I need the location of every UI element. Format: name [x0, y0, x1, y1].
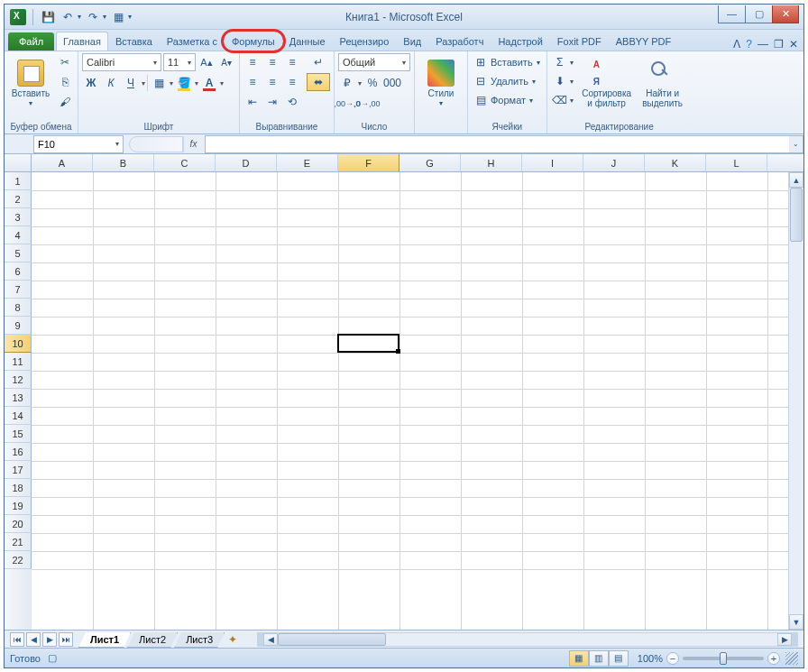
sheet-nav-last-icon[interactable]: ⏭ [59, 632, 73, 647]
italic-icon[interactable]: К [102, 74, 120, 92]
vertical-scrollbar[interactable]: ▲ ▼ [788, 172, 803, 630]
ribbon-tab-5[interactable]: Рецензиро [333, 32, 397, 51]
increase-font-icon[interactable]: A▴ [197, 53, 216, 71]
row-header[interactable]: 13 [5, 389, 32, 407]
merge-center-icon[interactable]: ⬌ [307, 73, 330, 91]
row-header[interactable]: 17 [5, 461, 32, 479]
redo-icon[interactable]: ↷ [85, 9, 101, 25]
ribbon-tab-9[interactable]: Foxit PDF [550, 32, 609, 51]
save-icon[interactable]: 💾 [40, 9, 56, 25]
row-header[interactable]: 8 [5, 299, 32, 317]
row-header[interactable]: 5 [5, 244, 32, 262]
row-header[interactable]: 3 [5, 208, 32, 226]
maximize-button[interactable]: ▢ [745, 5, 772, 23]
autosum-button[interactable]: Σ▾ [551, 53, 576, 71]
sheet-tab[interactable]: Лист1 [78, 632, 131, 648]
align-center-icon[interactable]: ≡ [263, 73, 281, 91]
row-header[interactable]: 10 [5, 335, 32, 353]
zoom-out-button[interactable]: − [666, 652, 679, 665]
row-header[interactable]: 12 [5, 371, 32, 389]
align-bottom-icon[interactable]: ≡ [283, 53, 301, 71]
row-header[interactable]: 18 [5, 479, 32, 497]
zoom-slider[interactable] [683, 657, 764, 660]
col-header[interactable]: A [32, 154, 93, 171]
close-button[interactable]: ✕ [772, 5, 799, 23]
help-icon[interactable]: ? [746, 38, 752, 51]
scroll-right-icon[interactable]: ▶ [777, 633, 792, 646]
font-name-combo[interactable]: Calibri▾ [82, 53, 161, 71]
comma-icon[interactable]: 000 [383, 74, 401, 92]
zoom-in-button[interactable]: + [767, 652, 780, 665]
format-cells-button[interactable]: ▤Формат ▾ [472, 91, 536, 109]
ribbon-tab-3[interactable]: Формулы [225, 32, 282, 51]
decrease-indent-icon[interactable]: ⇤ [243, 93, 262, 111]
col-header[interactable]: D [216, 154, 277, 171]
scroll-up-icon[interactable]: ▲ [789, 172, 803, 188]
hscroll-thumb[interactable] [278, 633, 386, 646]
minimize-button[interactable]: ― [718, 5, 745, 23]
fill-color-icon[interactable]: 🪣 [175, 74, 193, 92]
row-header[interactable]: 19 [5, 497, 32, 515]
sheet-tab[interactable]: Лист3 [174, 632, 225, 648]
row-header[interactable]: 22 [5, 551, 32, 569]
decrease-font-icon[interactable]: A▾ [217, 53, 235, 71]
row-header[interactable]: 1 [5, 172, 32, 190]
format-painter-icon[interactable]: 🖌 [56, 93, 74, 111]
vscroll-thumb[interactable] [790, 188, 803, 242]
bold-icon[interactable]: Ж [82, 74, 100, 92]
insert-cells-button[interactable]: ⊞Вставить ▾ [472, 53, 543, 71]
number-format-combo[interactable]: Общий▾ [338, 53, 410, 71]
font-color-icon[interactable]: А [200, 74, 218, 92]
horizontal-scrollbar[interactable]: ◀ ▶ [257, 632, 798, 647]
borders-icon[interactable]: ▦ [150, 74, 168, 92]
sort-filter-button[interactable]: Сортировка и фильтр [579, 53, 635, 115]
ribbon-tab-7[interactable]: Разработч [428, 32, 491, 51]
row-header[interactable]: 11 [5, 353, 32, 371]
ribbon-tab-0[interactable]: Главная [56, 32, 108, 51]
ribbon-tab-6[interactable]: Вид [396, 32, 428, 51]
col-header[interactable]: F [338, 154, 399, 171]
col-header[interactable]: L [706, 154, 767, 171]
new-sheet-icon[interactable]: ✦ [221, 633, 239, 646]
col-header[interactable]: I [522, 154, 583, 171]
row-header[interactable]: 4 [5, 226, 32, 244]
row-header[interactable]: 6 [5, 262, 32, 281]
sheet-nav-prev-icon[interactable]: ◀ [26, 632, 41, 647]
increase-indent-icon[interactable]: ⇥ [263, 93, 281, 111]
macro-record-icon[interactable]: ▢ [48, 652, 57, 664]
formula-expand-icon[interactable]: ⌄ [789, 135, 803, 153]
col-header[interactable]: J [583, 154, 645, 171]
row-header[interactable]: 16 [5, 443, 32, 461]
underline-icon[interactable]: Ч [122, 74, 140, 92]
percent-icon[interactable]: % [363, 74, 381, 92]
delete-cells-button[interactable]: ⊟Удалить ▾ [472, 72, 538, 90]
fill-button[interactable]: ⬇▾ [551, 72, 576, 90]
font-size-combo[interactable]: 11▾ [163, 53, 196, 71]
scroll-left-icon[interactable]: ◀ [263, 633, 278, 646]
ribbon-tab-4[interactable]: Данные [282, 32, 333, 51]
page-break-view-icon[interactable]: ▤ [609, 650, 629, 667]
scroll-down-icon[interactable]: ▼ [789, 614, 803, 630]
col-header[interactable]: H [461, 154, 522, 171]
ribbon-tab-1[interactable]: Вставка [108, 32, 160, 51]
qat-customize-icon[interactable]: ▾ [128, 13, 132, 21]
currency-icon[interactable]: ₽ [338, 74, 356, 92]
col-header[interactable]: C [154, 154, 216, 171]
find-select-button[interactable]: Найти и выделить [638, 53, 688, 115]
align-middle-icon[interactable]: ≡ [263, 53, 281, 71]
page-layout-view-icon[interactable]: ▥ [589, 650, 609, 667]
row-header[interactable]: 20 [5, 515, 32, 533]
excel-logo-icon[interactable] [10, 9, 26, 25]
zoom-level[interactable]: 100% [638, 653, 663, 664]
active-cell[interactable] [337, 334, 399, 353]
align-right-icon[interactable]: ≡ [283, 73, 301, 91]
paste-button[interactable]: Вставить ▾ [8, 53, 53, 115]
row-header[interactable]: 15 [5, 425, 32, 443]
minimize-ribbon-icon[interactable]: ᐱ [733, 38, 740, 51]
fx-button[interactable]: fx [183, 136, 203, 152]
sheet-tab[interactable]: Лист2 [127, 632, 178, 648]
sheet-nav-first-icon[interactable]: ⏮ [10, 632, 24, 647]
row-header[interactable]: 21 [5, 533, 32, 551]
orientation-icon[interactable]: ⟲ [283, 93, 301, 111]
undo-icon[interactable]: ↶ [60, 9, 76, 25]
